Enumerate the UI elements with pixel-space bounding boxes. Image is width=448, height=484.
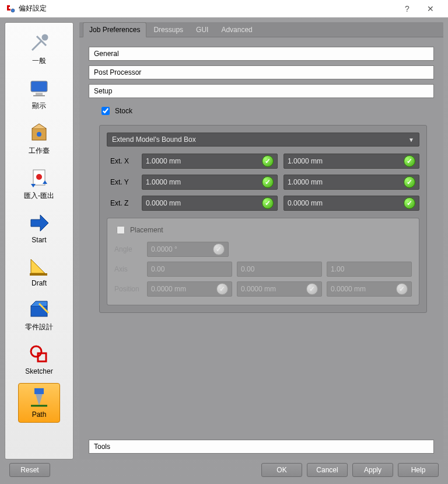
tab-bar: Job Preferences Dressups GUI Advanced <box>79 22 443 37</box>
field-value: 0.0000 mm <box>288 199 404 207</box>
svg-point-1 <box>43 35 47 40</box>
axis-z-field: 1.00 <box>327 262 412 277</box>
ext-x-label: Ext. X <box>110 154 136 169</box>
arrow-right-icon <box>27 211 51 235</box>
stock-checkbox[interactable] <box>102 107 110 115</box>
sketcher-icon <box>27 343 51 366</box>
tools-icon <box>27 32 51 55</box>
placement-panel: Placement Angle 0.0000 °✓ Axis 0.00 0.00… <box>107 218 419 305</box>
sidebar-item-label: 零件設計 <box>20 322 58 332</box>
apply-check-icon[interactable]: ✓ <box>404 197 415 209</box>
tab-gui[interactable]: GUI <box>190 23 214 37</box>
svg-rect-3 <box>36 93 43 95</box>
field-value: 1.00 <box>331 265 344 273</box>
placement-label: Placement <box>130 226 163 234</box>
path-icon <box>27 386 51 409</box>
box-icon <box>27 121 51 145</box>
ext-y-min-field[interactable]: 1.0000 mm✓ <box>142 175 278 190</box>
field-value: 1.0000 mm <box>146 178 262 186</box>
field-value: 0.00 <box>241 265 254 273</box>
ext-x-min-field[interactable]: 1.0000 mm✓ <box>142 154 278 169</box>
sidebar-item-label: 顯示 <box>20 101 58 111</box>
apply-check-icon: ✓ <box>396 283 408 295</box>
ext-x-max-field[interactable]: 1.0000 mm✓ <box>284 154 419 169</box>
apply-button[interactable]: Apply <box>352 463 393 477</box>
ext-y-max-field[interactable]: 1.0000 mm✓ <box>284 175 419 190</box>
stock-label: Stock <box>115 107 132 115</box>
apply-check-icon: ✓ <box>213 243 225 255</box>
ext-z-label: Ext. Z <box>110 196 136 211</box>
axis-y-field: 0.00 <box>237 262 322 277</box>
sidebar-item-label: Path <box>20 410 58 419</box>
field-value: 0.0000 mm <box>146 199 262 207</box>
apply-check-icon[interactable]: ✓ <box>404 155 415 167</box>
sidebar-item-path[interactable]: Path <box>18 383 60 423</box>
tab-job-preferences[interactable]: Job Preferences <box>83 22 146 37</box>
sidebar-item-label: 一般 <box>20 56 58 66</box>
sidebar-item-partdesign[interactable]: 零件設計 <box>18 295 60 336</box>
svg-rect-10 <box>31 306 47 316</box>
apply-check-icon[interactable]: ✓ <box>404 176 415 188</box>
sidebar-item-sketcher[interactable]: Sketcher <box>18 340 60 379</box>
titlebar-close-button[interactable]: ✕ <box>419 4 442 13</box>
section-tools[interactable]: Tools <box>89 440 434 454</box>
sidebar-item-label: Sketcher <box>20 367 58 375</box>
angle-field: 0.0000 °✓ <box>147 242 229 257</box>
sidebar-item-start[interactable]: Start <box>18 208 60 248</box>
sidebar-item-display[interactable]: 顯示 <box>18 74 60 115</box>
apply-check-icon: ✓ <box>216 283 228 295</box>
field-value: 0.0000 mm <box>241 285 306 293</box>
cancel-button[interactable]: Cancel <box>307 463 348 477</box>
apply-check-icon[interactable]: ✓ <box>262 176 274 188</box>
svg-point-0 <box>11 9 15 12</box>
angle-label: Angle <box>114 245 142 253</box>
svg-point-11 <box>31 346 41 357</box>
import-export-icon <box>27 166 51 190</box>
titlebar: 偏好設定 ? ✕ <box>0 0 448 18</box>
svg-rect-12 <box>38 353 46 361</box>
field-value: 0.0000 ° <box>151 245 213 253</box>
sidebar-item-import-export[interactable]: 匯入-匯出 <box>18 163 60 205</box>
apply-check-icon[interactable]: ✓ <box>262 155 274 167</box>
tab-advanced[interactable]: Advanced <box>215 23 258 37</box>
chevron-down-icon: ▼ <box>408 137 414 143</box>
extent-grid: Ext. X 1.0000 mm✓ 1.0000 mm✓ Ext. Y 1.00… <box>110 154 419 211</box>
stock-panel: Extend Model's Bound Box ▼ Ext. X 1.0000… <box>99 125 427 313</box>
section-setup[interactable]: Setup <box>89 84 434 98</box>
axis-x-field: 0.00 <box>147 262 232 277</box>
stock-mode-select[interactable]: Extend Model's Bound Box ▼ <box>107 133 419 147</box>
ext-z-max-field[interactable]: 0.0000 mm✓ <box>284 196 419 211</box>
placement-checkbox-row: Placement <box>114 224 412 236</box>
tab-dressups[interactable]: Dressups <box>148 23 189 37</box>
client-area: 一般 顯示 工作臺 匯入-匯出 <box>0 18 448 484</box>
ext-y-label: Ext. Y <box>110 175 136 190</box>
apply-check-icon[interactable]: ✓ <box>262 197 274 209</box>
pos-x-field: 0.0000 mm✓ <box>147 281 232 297</box>
category-sidebar: 一般 顯示 工作臺 匯入-匯出 <box>5 22 74 459</box>
sidebar-item-draft[interactable]: Draft <box>18 252 60 291</box>
svg-point-6 <box>37 132 41 137</box>
field-value: 1.0000 mm <box>288 178 404 186</box>
section-postprocessor[interactable]: Post Processor <box>89 65 434 79</box>
titlebar-help-button[interactable]: ? <box>396 4 419 13</box>
window-title: 偏好設定 <box>19 4 396 13</box>
app-icon <box>6 4 15 13</box>
upper-row: 一般 顯示 工作臺 匯入-匯出 <box>5 22 443 459</box>
apply-check-icon: ✓ <box>306 283 318 295</box>
section-general[interactable]: General <box>89 47 434 61</box>
placement-checkbox[interactable] <box>117 226 125 234</box>
pos-y-field: 0.0000 mm✓ <box>237 281 322 297</box>
field-value: 0.0000 mm <box>151 285 216 293</box>
sidebar-item-label: 匯入-匯出 <box>20 191 58 201</box>
sidebar-item-workbench[interactable]: 工作臺 <box>18 119 60 160</box>
reset-button[interactable]: Reset <box>9 463 50 477</box>
svg-rect-9 <box>30 273 47 276</box>
ok-button[interactable]: OK <box>261 463 302 477</box>
field-value: 1.0000 mm <box>146 157 262 165</box>
sidebar-item-label: 工作臺 <box>20 146 58 156</box>
ext-z-min-field[interactable]: 0.0000 mm✓ <box>142 196 278 211</box>
help-button[interactable]: Help <box>398 463 439 477</box>
svg-rect-4 <box>33 95 45 96</box>
sidebar-item-general[interactable]: 一般 <box>18 29 60 70</box>
axis-label: Axis <box>114 265 142 273</box>
